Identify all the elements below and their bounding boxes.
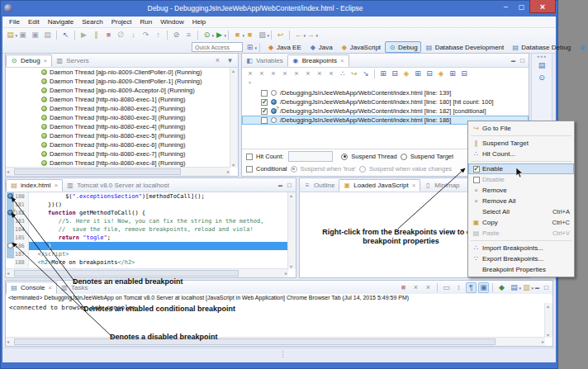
hit-count-checkbox[interactable] (246, 154, 253, 160)
toolbar-overflow-chevron-icon[interactable]: ▿ (249, 79, 251, 85)
debug-thread-row[interactable]: Daemon Thread [http-nio-8080-exec-1] (Ru… (7, 95, 230, 104)
suspend-icon[interactable]: ∥ (91, 30, 102, 40)
menu-file[interactable]: File (5, 18, 24, 26)
breakpoint-gutter[interactable] (7, 250, 14, 258)
panel-maximize-button[interactable] (518, 56, 527, 65)
menu-item-go-to-file[interactable]: ↪Go to File (468, 123, 574, 134)
tab-variables[interactable]: ◧Variables (242, 54, 287, 67)
breakpoint-checkbox[interactable] (261, 117, 268, 124)
perspective-database-development[interactable]: ▤Database Development (422, 41, 508, 53)
panel-minimize-button[interactable] (509, 56, 518, 65)
menu-item-copy[interactable]: ▣CopyCtrl+C (468, 217, 574, 228)
use-step-filters-icon[interactable]: ≡ (183, 30, 194, 40)
show-stdout-icon[interactable]: ▣ (478, 282, 489, 293)
remove-selected-alt-icon[interactable]: × (268, 69, 278, 78)
menu-item-import-breakpoints[interactable]: ∴Import Breakpoints... (468, 243, 574, 253)
debug-vertical-scrollbar[interactable] (230, 68, 238, 168)
terminate-icon[interactable]: ■ (103, 30, 114, 40)
step-into-icon[interactable]: ↓ (128, 30, 139, 40)
menu-item-enable[interactable]: Enable (468, 163, 574, 174)
menu-run[interactable]: Run (136, 18, 157, 26)
last-edit-icon[interactable]: ↩ (275, 30, 286, 40)
restore-console-view-icon[interactable]: ▤ (537, 60, 548, 71)
skip-all-icon[interactable]: × (303, 69, 313, 78)
menu-edit[interactable]: Edit (24, 18, 44, 26)
statusbar-grip[interactable]: ⋮ (279, 350, 287, 358)
save-icon[interactable]: ▣ (17, 30, 28, 40)
perspective-java[interactable]: ◆Java (306, 41, 336, 53)
link-with-debug-icon[interactable]: ↘ (361, 69, 371, 78)
debug-thread-row[interactable]: Daemon Thread [http-nio-8080-exec-2] (Ru… (7, 104, 230, 113)
expand-all-icon[interactable]: ⊞ (378, 69, 388, 78)
conditional-checkbox[interactable] (246, 166, 253, 173)
panel-minimize-button[interactable] (276, 181, 285, 190)
collapse-all-icon[interactable]: ⊟ (390, 69, 400, 78)
suspend-target-radio[interactable] (401, 154, 407, 160)
back-icon[interactable]: ←▾ (293, 30, 304, 40)
open-console-icon[interactable]: ▥▾ (521, 282, 532, 293)
close-tab-icon[interactable]: × (412, 182, 416, 189)
panel-minimize-button[interactable] (533, 283, 542, 292)
remove-all-icon[interactable]: × (257, 69, 267, 78)
breakpoint-row[interactable]: /DebuggingJsInJeeWebApp/WebContent/index… (242, 88, 529, 97)
close-tab-icon[interactable]: × (340, 57, 344, 64)
perspective-debug[interactable]: ⊙Debug (385, 41, 421, 53)
menu-item-suspend-target[interactable]: ∥Suspend Target (468, 138, 574, 149)
save-all-icon[interactable]: ▣ (30, 30, 40, 40)
restore-debug-view-icon[interactable]: ⊙ (537, 73, 548, 83)
code-line[interactable]: 182 function getMethodToCall() { (7, 209, 287, 217)
group-by-alt-icon[interactable]: ◈ (436, 69, 446, 78)
step-over-icon[interactable]: ↷ (140, 30, 151, 40)
breakpoint-row[interactable]: /DebuggingJsInJeeWebApp/WebContent/index… (242, 106, 529, 116)
remove-all-alt-icon[interactable]: × (280, 69, 290, 78)
breakpoint-checkbox[interactable] (261, 99, 268, 106)
debug-thread-row[interactable]: Daemon Thread [http-nio-8080-exec-7] (Ru… (7, 149, 230, 158)
debug-thread-row[interactable]: Daemon Thread [ajp-nio-8009-Acceptor-0] … (7, 86, 230, 95)
menu-item-remove-all[interactable]: ×Remove All (468, 196, 574, 206)
clear-all-icon[interactable]: × (326, 69, 336, 78)
menu-window[interactable]: Window (156, 18, 187, 26)
remove-all-launches-icon[interactable]: × (423, 282, 434, 293)
remove-all-terminated-icon[interactable]: × (212, 55, 223, 66)
code-line[interactable]: 188 <h2>More on breakpoints</h2> (7, 258, 287, 267)
panel-maximize-button[interactable] (542, 283, 551, 292)
pointer-icon[interactable]: ↖ (60, 30, 71, 40)
remove-selected-icon[interactable]: × (245, 69, 255, 78)
editor-vertical-scrollbar[interactable] (287, 192, 296, 269)
skip-all-breakpoints-icon[interactable]: ⊘ (171, 30, 182, 40)
menu-project[interactable]: Project (107, 18, 136, 26)
debug-thread-row[interactable]: Daemon Thread [http-nio-8080-exec-3] (Ru… (7, 113, 230, 122)
fastview-grip[interactable]: ●●● (532, 54, 552, 59)
perspective-web[interactable]: ◉Web (575, 41, 588, 53)
code-line[interactable]: 185 return "togle"; (7, 234, 287, 242)
expand-working-set-icon[interactable]: ⊞ (448, 69, 458, 78)
menu-item-hit-count[interactable]: ∴Hit Count... (468, 149, 574, 159)
menu-help[interactable]: Help (188, 18, 210, 26)
tab-index-html[interactable]: ▤index.html× (6, 179, 63, 192)
step-return-icon[interactable]: ↑ (153, 30, 164, 40)
debug-thread-row[interactable]: Daemon Thread [ajp-nio-8009-ClientPoller… (7, 68, 230, 77)
group-by-icon[interactable]: ◈ (401, 69, 411, 78)
word-wrap-icon[interactable]: ¶ (466, 282, 477, 293)
tab-servers[interactable]: ▥Servers (52, 54, 93, 67)
view-menu-icon[interactable]: ▾ (225, 55, 235, 66)
paint-icon[interactable]: ▨▾ (257, 30, 268, 40)
panel-maximize-button[interactable] (285, 181, 294, 190)
menu-item-select-all[interactable]: Select AllCtrl+A (468, 206, 574, 217)
debug-thread-row[interactable]: Daemon Thread [http-nio-8080-exec-6] (Ru… (7, 140, 230, 149)
display-selected-console-icon[interactable]: ▤▾ (509, 282, 519, 293)
remove-launch-icon[interactable]: × (410, 282, 421, 293)
close-tab-icon[interactable]: × (54, 182, 58, 189)
code-line[interactable]: 180 $(".exceptionsSection")[methodToCall… (7, 192, 287, 201)
debug-thread-row[interactable]: Daemon Thread [http-nio-8080-exec-4] (Ru… (7, 122, 230, 131)
menu-item-breakpoint-properties[interactable]: Breakpoint Properties (468, 264, 574, 275)
scroll-lock-icon[interactable]: ↕ (453, 282, 464, 293)
suspend-thread-radio[interactable] (341, 154, 348, 160)
breakpoint-gutter[interactable] (7, 258, 14, 267)
quick-access-input[interactable] (192, 42, 243, 52)
breakpoint-gutter[interactable] (7, 209, 14, 217)
forward-icon[interactable]: →▾ (306, 30, 316, 40)
close-tab-icon[interactable]: × (44, 57, 48, 64)
tab-tomcat-v8-0-server-at-localhost[interactable]: ▥Tomcat v8.0 Server at localhost (63, 179, 173, 192)
tab-loaded-javascript[interactable]: ▣Loaded JavaScript× (339, 179, 420, 192)
